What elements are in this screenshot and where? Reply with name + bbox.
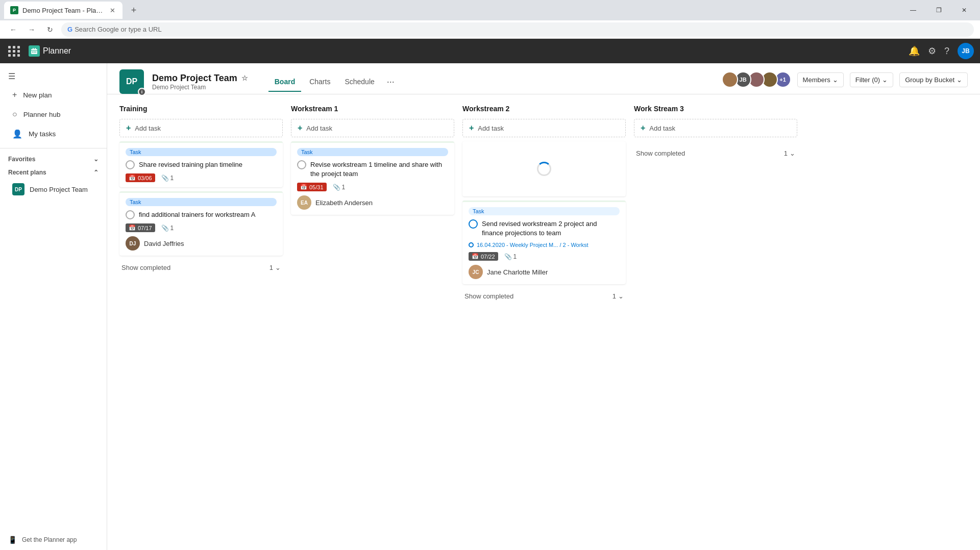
user-avatar[interactable]: JB <box>958 43 974 59</box>
calendar-icon-t1: 📅 <box>129 174 136 181</box>
task-meta-w2t1: 📅 07/22 📎 1 <box>469 252 620 261</box>
task-assignee-w2t1: JC Jane Charlotte Miller <box>469 265 620 279</box>
filter-button[interactable]: Filter (0) ⌄ <box>850 72 893 87</box>
sidebar-item-planner-hub[interactable]: ○ Planner hub <box>4 106 103 123</box>
assignee-avatar-dj: DJ <box>126 236 140 251</box>
help-icon[interactable]: ? <box>944 46 949 57</box>
task-label-w2t1: Task <box>469 207 620 215</box>
date-text-t1: 03/06 <box>138 175 152 181</box>
attach-count-w1t1: 1 <box>342 184 346 191</box>
task-title-w2t1: Send revised workstream 2 project and fi… <box>482 219 620 238</box>
date-text-t2: 07/17 <box>138 225 152 231</box>
members-button[interactable]: Members ⌄ <box>797 72 844 87</box>
add-task-training[interactable]: + Add task <box>119 119 283 137</box>
project-initials: DP <box>126 77 137 86</box>
task-checkbox-t2[interactable] <box>126 210 135 219</box>
paperclip-icon-w2t1: 📎 <box>504 253 512 260</box>
show-completed-workstream2[interactable]: Show completed 1 ⌄ <box>462 288 626 304</box>
plan-avatar: DP <box>12 183 24 195</box>
project-subtitle: Demo Project Team <box>152 84 248 91</box>
add-task-plus-icon-w2: + <box>469 123 474 133</box>
add-task-label-w3: Add task <box>649 124 675 132</box>
progress-text-w2t1: 16.04.2020 - Weekly Project M... / 2 - W… <box>477 242 588 248</box>
recent-plan-demo-project[interactable]: DP Demo Project Team <box>4 180 103 198</box>
bucket-training-title: Training <box>119 103 283 115</box>
members-chevron-icon: ⌄ <box>832 76 838 84</box>
add-task-plus-icon: + <box>126 123 131 133</box>
task-checkbox-w1t1[interactable] <box>297 160 306 169</box>
assignee-avatar-jcm: JC <box>469 265 483 279</box>
bucket-workstream1-title: Workstream 1 <box>291 103 454 115</box>
favorites-label: Favorites <box>8 156 35 163</box>
tab-charts[interactable]: Charts <box>303 71 336 92</box>
task-card-t2: Task find additional trainers for workst… <box>119 191 283 256</box>
close-button[interactable]: ✕ <box>952 0 976 20</box>
plus-icon: + <box>12 90 17 99</box>
notifications-icon[interactable]: 🔔 <box>909 45 920 57</box>
maximize-button[interactable]: ❐ <box>927 0 950 20</box>
task-checkbox-w2t1[interactable] <box>469 219 478 229</box>
attach-meta-t1: 📎 1 <box>161 174 174 182</box>
tab-close-button[interactable]: ✕ <box>108 6 116 14</box>
add-task-plus-icon-w3: + <box>641 123 645 133</box>
refresh-button[interactable]: ↻ <box>43 22 57 37</box>
progress-dot-icon <box>469 242 474 247</box>
paperclip-icon-t2: 📎 <box>161 224 169 232</box>
hamburger-menu-button[interactable]: ☰ <box>0 67 107 85</box>
url-input[interactable]: G Search Google or type a URL <box>61 22 974 37</box>
sidebar-item-my-tasks[interactable]: 👤 My tasks <box>4 125 103 143</box>
progress-link-w2t1[interactable]: 16.04.2020 - Weekly Project M... / 2 - W… <box>469 242 620 248</box>
sidebar-divider <box>0 148 107 148</box>
add-task-workstream3[interactable]: + Add task <box>634 119 797 137</box>
calendar-icon-w2t1: 📅 <box>472 253 479 260</box>
avatar-group: JB +1 <box>725 71 791 88</box>
show-completed-training[interactable]: Show completed 1 ⌄ <box>119 260 283 276</box>
task-meta-t2: 📅 07/17 📎 1 <box>126 223 277 232</box>
my-tasks-label: My tasks <box>29 130 56 138</box>
member-avatar-1 <box>722 71 738 88</box>
browser-tab[interactable]: P Demo Project Team - Planner ✕ <box>4 2 122 19</box>
group-by-button[interactable]: Group by Bucket ⌄ <box>899 72 968 87</box>
task-title-t2: find additional trainers for workstream … <box>139 210 255 219</box>
svg-rect-2 <box>35 48 36 50</box>
settings-icon[interactable]: ⚙ <box>928 45 936 57</box>
more-tabs-button[interactable]: ··· <box>383 77 399 87</box>
task-checkbox-t1[interactable] <box>126 160 135 169</box>
project-title-text: Demo Project Team <box>152 73 237 84</box>
tab-favicon: P <box>10 6 18 14</box>
attach-count-t2: 1 <box>170 224 174 232</box>
app-launcher-button[interactable] <box>6 44 22 59</box>
loading-card-w2 <box>462 141 626 196</box>
minimize-button[interactable]: — <box>901 0 925 20</box>
svg-point-4 <box>32 52 33 53</box>
chevron-down-w2: ⌄ <box>618 292 624 300</box>
planner-hub-label: Planner hub <box>23 111 61 118</box>
get-app-footer[interactable]: 📱 Get the Planner app <box>0 530 107 550</box>
url-text: Search Google or type a URL <box>75 26 162 33</box>
loading-spinner <box>537 162 551 176</box>
chevron-down-training: ⌄ <box>275 264 281 271</box>
favorites-section[interactable]: Favorites ⌄ <box>0 153 107 166</box>
show-completed-label-w2: Show completed <box>464 292 513 300</box>
task-title-t1: Share revised training plan timeline <box>139 160 242 169</box>
recent-plans-chevron: ⌃ <box>93 169 99 176</box>
task-assignee-w1t1: EA Elizabeth Andersen <box>297 195 448 210</box>
project-header: DP i Demo Project Team ☆ Demo Project Te… <box>107 63 980 94</box>
forward-button[interactable]: → <box>24 22 39 37</box>
recent-plans-section[interactable]: Recent plans ⌃ <box>0 166 107 179</box>
tab-board[interactable]: Board <box>268 71 301 92</box>
tab-schedule[interactable]: Schedule <box>338 71 380 92</box>
back-button[interactable]: ← <box>6 22 20 37</box>
attach-count-t1: 1 <box>170 174 174 182</box>
add-task-workstream2[interactable]: + Add task <box>462 119 626 137</box>
task-card-t1: Task Share revised training plan timelin… <box>119 141 283 187</box>
favorites-chevron: ⌄ <box>93 156 99 163</box>
completed-count-training: 1 <box>270 264 273 271</box>
show-completed-workstream3[interactable]: Show completed 1 ⌄ <box>634 145 797 161</box>
info-badge[interactable]: i <box>138 88 146 96</box>
sidebar-item-new-plan[interactable]: + New plan <box>4 86 103 104</box>
main-layout: ☰ + New plan ○ Planner hub 👤 My tasks Fa… <box>0 63 980 550</box>
new-tab-button[interactable]: + <box>127 3 141 17</box>
add-task-workstream1[interactable]: + Add task <box>291 119 454 137</box>
favorite-star-icon[interactable]: ☆ <box>241 74 248 82</box>
